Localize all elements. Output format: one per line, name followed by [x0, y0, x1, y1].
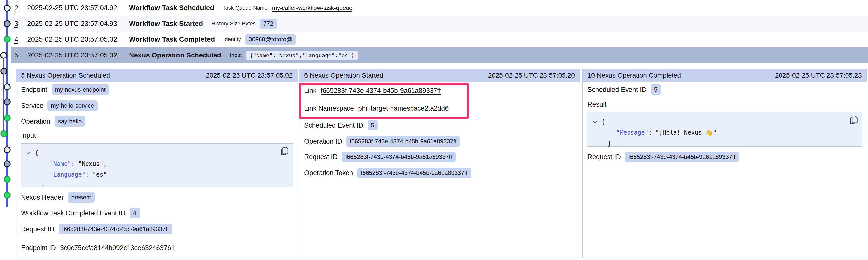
field-label: Endpoint — [21, 86, 48, 94]
event-dot-green-branch — [1, 131, 7, 137]
event-attr-value-badge: 30960@totoro@ — [245, 34, 296, 45]
field-label: Input — [21, 132, 36, 139]
json-key: "Language" — [50, 169, 86, 180]
copy-icon[interactable] — [850, 115, 858, 128]
event-row-3[interactable]: 3 2025-02-25 UTC 23:57:04.93 Workflow Ta… — [11, 16, 868, 32]
panel-timestamp: 2025-02-25 UTC 23:57:05.20 — [488, 72, 575, 79]
event-timestamp: 2025-02-25 UTC 23:57:04.92 — [27, 4, 129, 12]
field-row-scheduled-event-id: Scheduled Event ID 5 — [304, 119, 575, 131]
chevron-down-icon[interactable] — [592, 120, 601, 123]
panel-timestamp: 2025-02-25 UTC 23:57:05.02 — [206, 72, 292, 79]
event-id-link[interactable]: 3 — [14, 20, 27, 28]
field-value-badge: f665283f-743e-4374-b45b-9a61a89337ff — [346, 136, 460, 147]
json-key: "Message" — [616, 127, 648, 138]
panel-header: 10 Nexus Operation Completed 2025-02-25 … — [583, 69, 867, 82]
field-row-operation-id: Operation ID f665283f-743e-4374-b45b-9a6… — [304, 136, 575, 147]
event-dot-green — [4, 115, 10, 121]
field-label: Operation Token — [304, 169, 353, 177]
field-row-request-id: Request ID f665283f-743e-4374-b45b-9a61a… — [304, 151, 575, 163]
event-dot-gray — [4, 99, 10, 105]
json-line: { — [592, 116, 857, 127]
field-row-result-label: Result — [587, 99, 862, 110]
field-label: Request ID — [587, 153, 621, 161]
field-label: Nexus Header — [21, 194, 64, 201]
event-name: Workflow Task Completed — [129, 36, 215, 43]
field-row-input-label: Input — [21, 129, 292, 141]
field-label: Request ID — [304, 153, 338, 161]
task-queue-link[interactable]: my-caller-workflow-task-queue — [272, 4, 352, 11]
json-line: "Message": "¡Hola! Nexus 👋" — [592, 127, 857, 138]
event-dot-gray — [4, 161, 10, 167]
endpoint-id-link[interactable]: 3c0c75ccfa8144b092c13ce632463761 — [60, 244, 175, 252]
field-label: Link Namespace — [304, 105, 354, 112]
field-label: Workflow Task Completed Event ID — [21, 210, 125, 217]
field-label: Scheduled Event ID — [304, 122, 363, 129]
event-attr-label: Task Queue Name — [222, 5, 268, 11]
field-row-scheduled-event-id: Scheduled Event ID 5 — [587, 84, 862, 96]
field-value-badge: my-hello-service — [48, 100, 98, 111]
field-label: Scheduled Event ID — [587, 86, 647, 94]
panel-nexus-operation-scheduled: 5 Nexus Operation Scheduled 2025-02-25 U… — [16, 69, 298, 258]
input-code-block: { "Name": "Nexus", "Language": "es" } — [21, 143, 293, 187]
namespace-link[interactable]: phil-target-namespace2.a2dd6 — [358, 105, 448, 112]
event-dot-gray-branch — [1, 68, 7, 74]
copy-icon[interactable] — [281, 147, 289, 159]
panel-timestamp: 2025-02-25 UTC 23:57:05.23 — [775, 72, 862, 79]
event-timestamp: 2025-02-25 UTC 23:57:05.02 — [27, 36, 129, 43]
event-dot-white-branch — [1, 52, 7, 58]
json-line: } — [592, 138, 857, 149]
workflow-link[interactable]: f665283f-743e-4374-b45b-9a61a89337ff — [321, 87, 441, 95]
event-id-link[interactable]: 2 — [14, 4, 27, 12]
event-dot-white — [4, 84, 10, 90]
event-id-link[interactable]: 5 — [14, 51, 27, 59]
field-label: Request ID — [21, 225, 54, 233]
event-id-link[interactable]: 4 — [14, 36, 27, 43]
event-name: Workflow Task Scheduled — [129, 4, 214, 12]
panel-nexus-operation-started: 6 Nexus Operation Started 2025-02-25 UTC… — [299, 69, 580, 258]
event-row-4[interactable]: 4 2025-02-25 UTC 23:57:05.02 Workflow Ta… — [11, 32, 868, 47]
field-value-badge: present — [68, 192, 95, 202]
event-row-2[interactable]: 2 2025-02-25 UTC 23:57:04.92 Workflow Ta… — [11, 0, 868, 16]
event-dot-white — [4, 147, 10, 153]
field-row-service: Service my-hello-service — [21, 100, 292, 111]
field-value-badge: 4 — [129, 208, 140, 218]
json-value: : "es" — [86, 169, 107, 180]
event-timestamp: 2025-02-25 UTC 23:57:04.93 — [27, 20, 129, 28]
json-close-brace: } — [41, 180, 45, 191]
field-label: Link — [304, 87, 317, 95]
field-row-link-namespace: Link Namespace phil-target-namespace2.a2… — [304, 102, 575, 114]
field-row-endpoint-id: Endpoint ID 3c0c75ccfa8144b092c13ce63246… — [21, 242, 292, 254]
field-label: Service — [21, 102, 43, 110]
panel-nexus-operation-completed: 10 Nexus Operation Completed 2025-02-25 … — [582, 69, 867, 258]
chevron-down-icon[interactable] — [26, 151, 35, 155]
result-code-block: { "Message": "¡Hola! Nexus 👋" } — [587, 112, 862, 147]
event-dot-green — [4, 36, 10, 42]
event-row-5-selected[interactable]: 5 2025-02-25 UTC 23:57:05.02 Nexus Opera… — [11, 47, 868, 63]
field-label: Operation ID — [304, 138, 342, 145]
field-value-badge: 5 — [651, 84, 661, 95]
json-line: "Language": "es" — [26, 169, 288, 180]
event-attr-value-badge: 772 — [260, 18, 277, 29]
field-row-link: Link f665283f-743e-4374-b45b-9a61a89337f… — [304, 85, 575, 97]
field-row-request-id: Request ID f665283f-743e-4374-b45b-9a61a… — [21, 223, 292, 235]
event-name: Workflow Task Started — [129, 20, 203, 28]
workflow-history-screen: 2 2025-02-25 UTC 23:57:04.92 Workflow Ta… — [0, 0, 868, 260]
json-line: "Name": "Nexus", — [26, 158, 288, 169]
panel-header: 5 Nexus Operation Scheduled 2025-02-25 U… — [16, 69, 298, 82]
event-dot-white — [4, 5, 10, 11]
event-input-badge: {"Name":"Nexus","Language":"es"} — [246, 50, 358, 60]
field-row-endpoint: Endpoint my-nexus-endpoint — [21, 84, 292, 96]
panel-title: 6 Nexus Operation Started — [304, 72, 383, 79]
json-value: : "¡Hola! Nexus 👋" — [648, 127, 716, 138]
field-row-request-id: Request ID f665283f-743e-4374-b45b-9a61a… — [587, 151, 862, 163]
event-dot-green — [4, 192, 10, 198]
field-value-badge: say-hello — [55, 116, 85, 126]
json-key: "Name" — [50, 158, 71, 169]
json-line: { — [26, 148, 288, 158]
field-value-badge: f665283f-743e-4374-b45b-9a61a89337ff — [358, 168, 471, 178]
field-value-badge: f665283f-743e-4374-b45b-9a61a89337ff — [625, 152, 739, 162]
json-open-brace: { — [35, 148, 38, 158]
json-value: : "Nexus", — [71, 158, 107, 169]
event-attr-label: Input — [229, 52, 242, 59]
field-value-badge: my-nexus-endpoint — [52, 84, 109, 95]
